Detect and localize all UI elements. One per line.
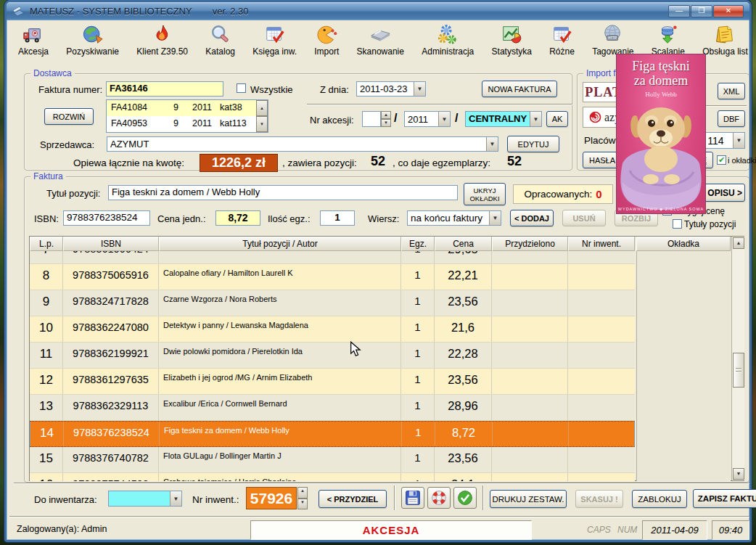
chevron-down-icon[interactable]: ▼	[489, 211, 501, 225]
do-inwentarza-select[interactable]: ▼	[108, 491, 182, 507]
chevron-down-icon[interactable]: ▼	[438, 112, 450, 126]
nr-inwent-spinner[interactable]: ▲▼	[297, 487, 308, 509]
table-row[interactable]: 169788375744598 Grabowe tajemnice / Harr…	[30, 473, 635, 481]
ak-button[interactable]: AK	[546, 111, 568, 127]
chevron-down-icon[interactable]: ▼	[530, 112, 541, 126]
toolbar-item-statystyka[interactable]: Statystyka	[492, 24, 532, 57]
nr-akcesji-spinner[interactable]: ▲▼	[381, 111, 391, 127]
dodaj-button[interactable]: < DODAJ	[510, 210, 554, 226]
edytuj-button[interactable]: EDYTUJ	[507, 136, 559, 152]
sprzedawca-label: Sprzedawca:	[40, 139, 94, 150]
nr-akcesji-input[interactable]	[362, 111, 381, 127]
invoice-list-item[interactable]: FA41084 9 2011 kat38	[107, 100, 268, 116]
import-xml-button[interactable]: XML	[718, 83, 745, 99]
table-row[interactable]: 159788376740782 Flota GULagu / Bollinger…	[30, 447, 635, 473]
col-header-okladka[interactable]: Okładka	[636, 237, 731, 251]
scroll-up-icon[interactable]: ▲	[733, 237, 744, 249]
confirm-button[interactable]	[453, 487, 477, 509]
chevron-down-icon[interactable]: ▼	[486, 137, 498, 151]
z-dnia-select[interactable]: 2011-03-23▼	[356, 81, 426, 97]
save-button[interactable]	[401, 487, 424, 509]
rozwin-button[interactable]: ROZWIŃ	[44, 108, 94, 125]
minimize-button[interactable]: —	[668, 5, 690, 17]
chevron-down-icon[interactable]: ▼	[170, 491, 181, 506]
ilosc-egz-input[interactable]: 1	[320, 210, 355, 226]
col-header-egz[interactable]: Egz.	[401, 237, 435, 251]
pozycji-value: 52	[371, 154, 385, 169]
invoice-list-scrollbar[interactable]: ▲▼	[256, 100, 268, 132]
skasuj-button[interactable]: SKASUJ !	[575, 490, 623, 508]
toolbar-item-pozyskiwanie[interactable]: Pozyskiwanie	[66, 24, 119, 57]
mode-label: AKCESJA	[363, 524, 420, 536]
toolbar-label: Klient Z39.50	[136, 46, 188, 57]
tytul-pozycji-input[interactable]: Figa teskni za domem / Webb Holly	[108, 185, 458, 200]
toolbar-item-akcesja[interactable]: Akcesja	[18, 24, 49, 57]
app-icon	[12, 6, 24, 17]
invoice-list[interactable]: FA41084 9 2011 kat38 FA40953 9 2011 kat1…	[106, 99, 268, 133]
faktura-numer-input[interactable]: FA36146	[106, 81, 223, 97]
toolbar-item-skanowanie[interactable]: Skanowanie	[357, 24, 404, 57]
table-row[interactable]: 99788324717828 Czarne Wzgorza / Nora Rob…	[30, 290, 635, 316]
toolbar-item-administracja[interactable]: Administracja	[422, 24, 474, 57]
toolbar-label: Skanowanie	[357, 46, 404, 57]
col-header-nr-inwent[interactable]: Nr inwent.	[568, 237, 635, 251]
table-row[interactable]: 139788362329113 Excalibur /Erica / Cornw…	[30, 395, 635, 421]
table-row[interactable]: 109788362247080 Detektyw i panny / Lewan…	[30, 316, 635, 343]
nr-akcesji-label: Nr akcesji:	[310, 115, 354, 126]
toolbar-item-tagowanie[interactable]: HTTP Tagowanie	[592, 24, 633, 57]
title-bar[interactable]: MATEUSZ - SYSTEM BIBLIOTECZNY ver. 2.30 …	[7, 2, 749, 20]
toolbar-item-obsluga-list[interactable]: Obsługa list	[702, 24, 748, 57]
chevron-down-icon[interactable]: ▼	[733, 133, 744, 148]
wiersz-select[interactable]: na końcu faktury▼	[407, 210, 501, 226]
ukryj-okladki-button[interactable]: UKRYJOKŁADKI	[464, 183, 506, 205]
invoice-list-item[interactable]: FA40953 9 2011 kat113	[107, 116, 268, 132]
table-scrollbar[interactable]: ▲ ▼	[731, 237, 744, 480]
table-row[interactable]: 129788361297635 Elizabeth i jej ogrod /M…	[30, 369, 635, 395]
col-header-tytul[interactable]: Tytuł pozycji / Autor	[159, 237, 401, 251]
toolbar-item-ksiega-inw[interactable]: Księga inw.	[252, 24, 297, 57]
help-rescue-button[interactable]	[427, 487, 451, 509]
mouse-cursor	[350, 341, 363, 360]
wszystkie-checkbox[interactable]	[237, 83, 246, 93]
toolbar-item-klient-z3950[interactable]: Klient Z39.50	[136, 24, 188, 57]
centralny-select[interactable]: CENTRALNY▼	[465, 111, 542, 127]
przydziel-button[interactable]: < PRZYDZIEL	[319, 490, 387, 508]
import-dbf-button[interactable]: DBF	[718, 110, 745, 127]
toolbar-item-rozne[interactable]: Różne	[549, 24, 575, 57]
date-panel: 2011-04-09	[642, 520, 707, 540]
nowa-faktura-button[interactable]: NOWA FAKTURA	[482, 81, 557, 97]
col-header-cena[interactable]: Cena	[435, 237, 492, 251]
tytuly-pozycji-checkbox[interactable]	[673, 219, 682, 229]
wszystkie-label: Wszystkie	[250, 84, 293, 95]
table-row[interactable]: 119788362199921 Dwie polowki pomidora / …	[30, 343, 635, 369]
toolbar-item-katalog[interactable]: Katalog	[205, 24, 235, 57]
toolbar-item-scalanie[interactable]: Scalanie	[652, 24, 685, 57]
sprzedawca-select[interactable]: AZYMUT▼	[107, 136, 498, 152]
cena-jedn-input[interactable]: 8,72	[215, 210, 260, 226]
col-header-przydzielono[interactable]: Przydzielono	[492, 237, 568, 251]
chevron-down-icon[interactable]: ▼	[414, 82, 425, 96]
zapisz-fakture-button[interactable]: ZAPISZ FAKTURĘ	[693, 489, 756, 508]
close-button[interactable]: ✕	[713, 5, 744, 17]
usun-button[interactable]: USUŃ	[562, 210, 606, 226]
drukuj-zestaw-button[interactable]: DRUKUJ ZESTAW.	[490, 490, 567, 508]
col-header-lp[interactable]: L.p.	[30, 237, 63, 251]
table-row[interactable]: 79788361066424 1 29,65	[30, 251, 635, 264]
gears-icon	[437, 24, 459, 46]
toolbar-label: Administracja	[422, 46, 474, 57]
col-header-isbn[interactable]: ISBN	[63, 237, 159, 251]
toolbar-item-import[interactable]: Import	[314, 24, 339, 57]
isbn-input[interactable]: 9788376238524	[63, 210, 150, 226]
scroll-down-icon: ▼	[256, 116, 268, 132]
scroll-down-icon[interactable]: ▼	[733, 468, 744, 480]
opracowanych-value: 0	[596, 188, 601, 200]
table-row[interactable]: 89788375065916 Calopalne ofiary / Hamilt…	[30, 264, 635, 290]
table-row-selected[interactable]: 149788376238524 Figa teskni za domem / W…	[30, 421, 635, 447]
maximize-button[interactable]: ❐	[691, 5, 712, 17]
i-okladki-checkbox[interactable]: ✔	[717, 155, 726, 165]
z-dnia-label: Z dnia:	[320, 84, 349, 95]
rok-select[interactable]: 2011▼	[404, 111, 451, 127]
scrollbar-thumb[interactable]	[733, 353, 744, 388]
slash-separator: /	[455, 112, 458, 125]
zablokuj-button[interactable]: ZABLOKUJ	[632, 490, 687, 508]
